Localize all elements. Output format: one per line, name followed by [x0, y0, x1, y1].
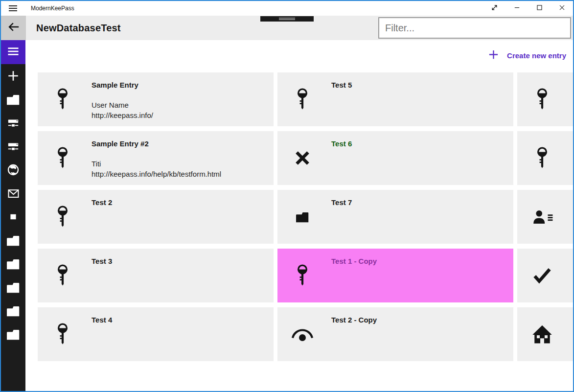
- sidebar-item-9[interactable]: [1, 252, 25, 276]
- key-icon: [56, 264, 69, 287]
- network-icon: [7, 140, 20, 153]
- entry-title: Test 4: [92, 315, 274, 325]
- entry-detail-line: http://keepass.info/: [92, 110, 274, 120]
- minimize-icon: [513, 4, 521, 13]
- folder-icon: [6, 328, 21, 341]
- folder-icon: [6, 93, 21, 106]
- titlebar-hamburger-icon[interactable]: [1, 1, 24, 16]
- entry-detail-line: Titi: [92, 159, 274, 169]
- sidebar-nav: [1, 64, 25, 346]
- key-icon: [56, 206, 69, 228]
- key-icon: [296, 88, 309, 111]
- entry-detail-line: http://keepass.info/help/kb/testform.htm…: [92, 169, 274, 179]
- sidebar-item-8[interactable]: [1, 229, 25, 252]
- sidebar-item-10[interactable]: [1, 276, 25, 299]
- sidebar-item-3[interactable]: [1, 111, 25, 135]
- sidebar-item-6[interactable]: [1, 182, 25, 205]
- fullscreen-icon: [491, 4, 498, 13]
- fullscreen-button[interactable]: [483, 1, 505, 16]
- create-new-entry-button[interactable]: Create new entry: [488, 49, 566, 62]
- sidebar: [1, 40, 25, 391]
- key-icon: [56, 323, 69, 346]
- key-icon: [536, 88, 549, 111]
- minimize-button[interactable]: [505, 1, 528, 16]
- sidebar-item-2[interactable]: [1, 88, 25, 111]
- header: NewDatabaseTest: [1, 16, 573, 40]
- main-panel: Create new entry Sample Entry User Nameh…: [25, 40, 573, 391]
- entry-card[interactable]: Test 5: [277, 72, 513, 126]
- square-icon: [7, 211, 20, 223]
- back-arrow-icon: [7, 21, 20, 35]
- entry-card[interactable]: [517, 72, 573, 126]
- entry-title: Sample Entry #2: [92, 139, 274, 149]
- entry-title: Test 5: [331, 80, 513, 90]
- sidebar-toggle-button[interactable]: [1, 40, 25, 64]
- app-title: ModernKeePass: [31, 5, 74, 12]
- entry-card[interactable]: Sample Entry #2 Titihttp://keepass.info/…: [38, 131, 274, 185]
- entry-card[interactable]: Test 2 - Copy: [277, 307, 513, 361]
- home-icon: [531, 324, 553, 345]
- sidebar-item-7[interactable]: [1, 205, 25, 229]
- close-button[interactable]: [551, 1, 573, 16]
- entry-card[interactable]: [517, 249, 573, 302]
- entry-card[interactable]: Test 6: [277, 131, 513, 185]
- entry-card[interactable]: Test 4: [38, 307, 274, 361]
- cancel-icon: [294, 150, 311, 167]
- key-icon: [536, 147, 549, 169]
- entry-card[interactable]: [517, 131, 573, 185]
- folder-icon: [6, 257, 21, 270]
- maximize-button[interactable]: [528, 1, 551, 16]
- entry-title: Test 3: [92, 256, 274, 266]
- globe-icon: [7, 163, 20, 176]
- create-new-entry-label: Create new entry: [507, 51, 566, 60]
- appbar-handle[interactable]: [260, 16, 314, 22]
- plus-icon: [7, 69, 20, 82]
- entry-card[interactable]: Test 3: [38, 249, 274, 302]
- sidebar-item-12[interactable]: [1, 323, 25, 346]
- entry-card[interactable]: [517, 190, 573, 244]
- entry-title: Sample Entry: [92, 80, 274, 90]
- entry-card[interactable]: [517, 307, 573, 361]
- view-icon: [291, 327, 314, 342]
- network-icon: [7, 116, 20, 129]
- sidebar-item-1[interactable]: [1, 64, 25, 88]
- entry-title: Test 7: [331, 198, 513, 208]
- entry-card[interactable]: Test 7: [277, 190, 513, 244]
- sidebar-item-11[interactable]: [1, 299, 25, 323]
- mail-icon: [7, 187, 20, 199]
- titlebar: ModernKeePass: [1, 1, 573, 16]
- key-icon: [296, 264, 309, 287]
- close-icon: [558, 4, 566, 13]
- sidebar-item-4[interactable]: [1, 135, 25, 158]
- page-title: NewDatabaseTest: [36, 23, 121, 34]
- back-button[interactable]: [1, 16, 26, 40]
- folder-icon: [6, 234, 21, 247]
- plus-icon: [488, 49, 499, 62]
- entries-grid: Sample Entry User Namehttp://keepass.inf…: [38, 72, 573, 361]
- entry-card[interactable]: Sample Entry User Namehttp://keepass.inf…: [38, 72, 274, 126]
- entry-title: Test 6: [331, 139, 513, 149]
- check-icon: [532, 267, 553, 284]
- entry-title: Test 2 - Copy: [331, 315, 513, 325]
- maximize-icon: [536, 4, 543, 13]
- contact-icon: [531, 208, 553, 225]
- key-icon: [56, 88, 69, 111]
- hamburger-icon: [7, 46, 20, 58]
- folder-icon: [295, 210, 310, 223]
- entry-card[interactable]: Test 1 - Copy: [277, 249, 513, 302]
- entry-card[interactable]: Test 2: [38, 190, 274, 244]
- entry-detail-line: User Name: [92, 100, 274, 110]
- entry-title: Test 1 - Copy: [331, 256, 513, 266]
- entry-title: Test 2: [92, 198, 274, 208]
- filter-input[interactable]: [378, 17, 571, 39]
- folder-icon: [6, 281, 21, 294]
- sidebar-item-5[interactable]: [1, 158, 25, 182]
- folder-icon: [6, 304, 21, 317]
- key-icon: [56, 147, 69, 169]
